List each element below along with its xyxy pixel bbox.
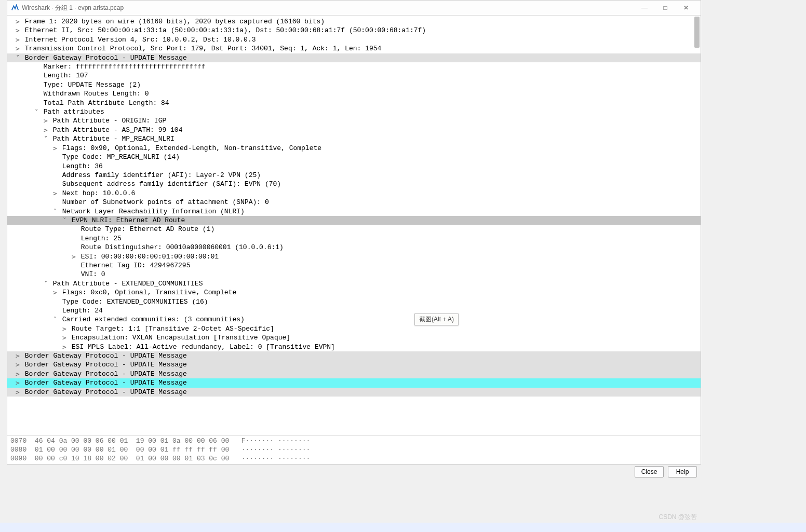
packet-tree-row[interactable]: Type: UPDATE Message (2) bbox=[7, 80, 701, 89]
hex-dump-pane[interactable]: 0070 46 04 0a 00 00 06 00 01 19 00 01 0a… bbox=[7, 435, 701, 464]
hex-row[interactable]: 0070 46 04 0a 00 00 06 00 01 19 00 01 0a… bbox=[10, 436, 697, 445]
tree-node-label: Path Attribute - EXTENDED_COMMUNITIES bbox=[53, 279, 203, 288]
tree-node-label: VNI: 0 bbox=[81, 270, 105, 279]
expand-icon[interactable]: > bbox=[15, 378, 21, 387]
packet-tree-row[interactable]: > Ethernet II, Src: 50:00:00:a1:33:1a (5… bbox=[7, 26, 701, 35]
packet-tree-row[interactable]: VNI: 0 bbox=[7, 270, 701, 279]
packet-tree-row[interactable]: ˅ Path attributes bbox=[7, 107, 701, 116]
expand-icon[interactable]: > bbox=[61, 333, 68, 342]
maximize-button[interactable]: □ bbox=[655, 2, 676, 14]
tree-node-label: Border Gateway Protocol - UPDATE Message bbox=[25, 360, 187, 369]
packet-tree-row[interactable]: Length: 25 bbox=[7, 234, 701, 243]
hex-offset: 0070 bbox=[10, 437, 26, 445]
hex-offset: 0080 bbox=[10, 446, 26, 454]
tree-node-label: Internet Protocol Version 4, Src: 10.0.0… bbox=[25, 35, 256, 44]
packet-tree-row[interactable]: > Transmission Control Protocol, Src Por… bbox=[7, 44, 701, 53]
expand-icon[interactable]: > bbox=[15, 26, 21, 35]
packet-tree-row[interactable]: > Border Gateway Protocol - UPDATE Messa… bbox=[7, 388, 701, 397]
packet-tree-row[interactable]: > Frame 1: 2020 bytes on wire (16160 bit… bbox=[7, 17, 701, 26]
packet-tree-row[interactable]: > Internet Protocol Version 4, Src: 10.0… bbox=[7, 35, 701, 44]
collapse-icon[interactable]: ˅ bbox=[61, 216, 68, 225]
expand-icon[interactable]: > bbox=[15, 17, 21, 26]
hex-row[interactable]: 0090 00 00 c0 10 18 00 02 00 01 00 00 00… bbox=[10, 454, 697, 463]
tree-node-label: Type Code: MP_REACH_NLRI (14) bbox=[62, 153, 180, 161]
packet-tree-row[interactable]: > Border Gateway Protocol - UPDATE Messa… bbox=[7, 351, 701, 360]
expand-icon[interactable]: > bbox=[43, 126, 49, 134]
packet-tree-row[interactable]: ˅ EVPN NLRI: Ethernet AD Route bbox=[7, 216, 701, 225]
packet-tree-row[interactable]: ˅ Carried extended communities: (3 commu… bbox=[7, 315, 701, 324]
packet-tree-row[interactable]: Type Code: EXTENDED_COMMUNITIES (16) bbox=[7, 297, 701, 306]
tree-node-label: Route Distinguisher: 00010a0000060001 (1… bbox=[81, 243, 284, 252]
scrollbar-thumb[interactable] bbox=[694, 17, 700, 48]
expand-icon[interactable]: > bbox=[15, 351, 21, 360]
close-window-button[interactable]: ✕ bbox=[676, 2, 696, 14]
expand-icon[interactable]: > bbox=[15, 370, 21, 378]
no-toggle bbox=[52, 180, 58, 188]
tree-node-label: Path Attribute - AS_PATH: 99 104 bbox=[53, 126, 183, 134]
packet-tree-row[interactable]: Length: 107 bbox=[7, 71, 701, 80]
tree-node-label: Network Layer Reachability Information (… bbox=[62, 207, 245, 216]
packet-tree-row[interactable]: Total Path Attribute Length: 84 bbox=[7, 99, 701, 107]
expand-icon[interactable]: > bbox=[52, 144, 58, 153]
packet-tree-row[interactable]: Length: 36 bbox=[7, 162, 701, 171]
packet-tree-row[interactable]: Length: 24 bbox=[7, 306, 701, 315]
packet-tree-row[interactable]: > Border Gateway Protocol - UPDATE Messa… bbox=[7, 370, 701, 378]
packet-tree-row[interactable]: > Route Target: 1:1 [Transitive 2-Octet … bbox=[7, 324, 701, 333]
tree-node-label: Address family identifier (AFI): Layer-2… bbox=[62, 171, 261, 180]
packet-tree-row[interactable]: > ESI MPLS Label: All-Active redundancy,… bbox=[7, 343, 701, 351]
titlebar[interactable]: Wireshark · 分组 1 · evpn arista.pcap — □ … bbox=[7, 1, 701, 15]
packet-tree-row[interactable]: > Path Attribute - ORIGIN: IGP bbox=[7, 116, 701, 125]
packet-tree-row[interactable]: > Path Attribute - AS_PATH: 99 104 bbox=[7, 126, 701, 134]
packet-tree-row[interactable]: > Border Gateway Protocol - UPDATE Messa… bbox=[7, 378, 701, 387]
expand-icon[interactable]: > bbox=[61, 324, 68, 333]
expand-icon[interactable]: > bbox=[52, 288, 58, 297]
packet-tree-row[interactable]: Route Type: Ethernet AD Route (1) bbox=[7, 225, 701, 234]
no-toggle bbox=[71, 270, 77, 279]
packet-tree-row[interactable]: > Flags: 0x90, Optional, Extended-Length… bbox=[7, 144, 701, 153]
packet-tree-row[interactable]: > ESI: 00:00:00:00:00:01:00:00:00:01 bbox=[7, 252, 701, 261]
packet-tree-row[interactable]: Ethernet Tag ID: 4294967295 bbox=[7, 261, 701, 270]
packet-tree-row[interactable]: > Flags: 0xc0, Optional, Transitive, Com… bbox=[7, 288, 701, 297]
collapse-icon[interactable]: ˅ bbox=[33, 107, 39, 116]
hex-row[interactable]: 0080 01 00 00 00 00 00 01 00 00 00 01 ff… bbox=[10, 445, 697, 454]
packet-tree-row[interactable]: Withdrawn Routes Length: 0 bbox=[7, 89, 701, 98]
tree-node-label: Flags: 0x90, Optional, Extended-Length, … bbox=[62, 144, 321, 153]
collapse-icon[interactable]: ˅ bbox=[43, 134, 49, 143]
windows-taskbar[interactable] bbox=[0, 523, 806, 532]
packet-details-pane[interactable]: > Frame 1: 2020 bytes on wire (16160 bit… bbox=[7, 15, 701, 435]
tree-node-label: Path Attribute - MP_REACH_NLRI bbox=[53, 134, 174, 143]
packet-tree-row[interactable]: ˅ Border Gateway Protocol - UPDATE Messa… bbox=[7, 53, 701, 62]
no-toggle bbox=[33, 89, 39, 98]
expand-icon[interactable]: > bbox=[61, 343, 68, 351]
expand-icon[interactable]: > bbox=[71, 252, 77, 261]
expand-icon[interactable]: > bbox=[52, 189, 58, 198]
expand-icon[interactable]: > bbox=[15, 44, 21, 53]
close-button[interactable]: Close bbox=[635, 466, 664, 478]
expand-icon[interactable]: > bbox=[43, 116, 49, 125]
packet-tree-row[interactable]: Subsequent address family identifier (SA… bbox=[7, 180, 701, 188]
collapse-icon[interactable]: ˅ bbox=[15, 53, 21, 62]
help-button[interactable]: Help bbox=[668, 466, 697, 478]
expand-icon[interactable]: > bbox=[15, 388, 21, 397]
collapse-icon[interactable]: ˅ bbox=[52, 315, 58, 324]
packet-tree-row[interactable]: > Encapsulation: VXLAN Encapsulation [Tr… bbox=[7, 333, 701, 342]
packet-tree-row[interactable]: Number of Subnetwork points of attachmen… bbox=[7, 198, 701, 207]
minimize-button[interactable]: — bbox=[634, 2, 655, 14]
expand-icon[interactable]: > bbox=[15, 35, 21, 44]
tree-node-label: Flags: 0xc0, Optional, Transitive, Compl… bbox=[62, 288, 236, 297]
packet-tree-row[interactable]: Marker: ffffffffffffffffffffffffffffffff bbox=[7, 62, 701, 71]
packet-tree-row[interactable]: Address family identifier (AFI): Layer-2… bbox=[7, 171, 701, 180]
collapse-icon[interactable]: ˅ bbox=[52, 207, 58, 216]
no-toggle bbox=[52, 162, 58, 171]
packet-tree-row[interactable]: Type Code: MP_REACH_NLRI (14) bbox=[7, 153, 701, 161]
packet-tree-row[interactable]: Route Distinguisher: 00010a0000060001 (1… bbox=[7, 243, 701, 252]
packet-tree-row[interactable]: > Next hop: 10.0.0.6 bbox=[7, 189, 701, 198]
packet-tree-row[interactable]: ˅ Path Attribute - MP_REACH_NLRI bbox=[7, 134, 701, 143]
tree-node-label: Border Gateway Protocol - UPDATE Message bbox=[25, 378, 187, 387]
packet-tree-row[interactable]: ˅ Network Layer Reachability Information… bbox=[7, 207, 701, 216]
no-toggle bbox=[71, 243, 77, 252]
collapse-icon[interactable]: ˅ bbox=[43, 279, 49, 288]
expand-icon[interactable]: > bbox=[15, 360, 21, 369]
packet-tree-row[interactable]: > Border Gateway Protocol - UPDATE Messa… bbox=[7, 360, 701, 369]
packet-tree-row[interactable]: ˅ Path Attribute - EXTENDED_COMMUNITIES bbox=[7, 279, 701, 288]
